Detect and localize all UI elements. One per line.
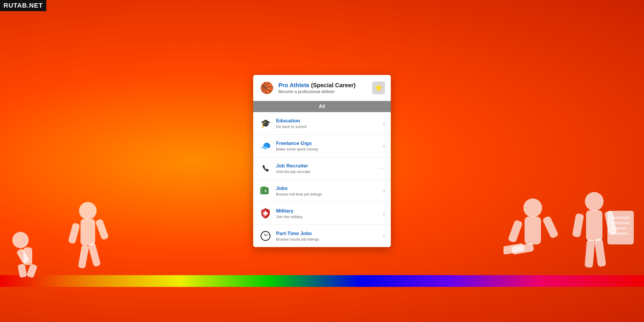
jobs-icon: $ [259, 184, 272, 197]
jobs-title: Jobs [276, 186, 379, 191]
rainbow-bar [0, 275, 644, 287]
svg-text:$: $ [265, 189, 266, 193]
part-time-chevron-icon: › [383, 233, 385, 239]
military-chevron-icon: › [383, 210, 385, 217]
clock-icon-shape [261, 231, 270, 241]
header-title-blue: Pro Athlete [278, 82, 309, 88]
education-subtitle: Go back to school [276, 124, 379, 129]
clock-minute-hand [266, 234, 269, 236]
job-recruiter-dots-icon: ··· [378, 165, 385, 172]
tab-label: All [319, 104, 325, 109]
freelance-icon: 🧢 [259, 139, 272, 152]
list-item-freelance[interactable]: 🧢 Freelance Gigs Make some quick money › [253, 135, 391, 157]
education-icon: 🎓 [259, 117, 272, 130]
brand-label: RUTAB.NET [0, 0, 46, 11]
military-icon [259, 207, 272, 220]
svg-rect-33 [263, 213, 268, 214]
list-item-job-recruiter[interactable]: Job Recruiter Visit the job recruiter ··… [253, 157, 391, 180]
jobs-text: Jobs Browse full-time job listings [276, 186, 379, 196]
badge-star-icon: ⭐ [375, 84, 383, 92]
pro-athlete-icon: 🏀 [259, 80, 274, 95]
header-text: Pro Athlete (Special Career) Become a pr… [278, 82, 368, 94]
card-header: 🏀 Pro Athlete (Special Career) Become a … [253, 75, 391, 101]
freelance-chevron-icon: › [383, 143, 385, 149]
military-text: Military Join the military [276, 208, 379, 219]
all-tab[interactable]: All [253, 101, 391, 112]
list-item-military[interactable]: Military Join the military › [253, 202, 391, 225]
part-time-text: Part-Time Jobs Browse hourly job listing… [276, 231, 379, 242]
job-recruiter-icon [259, 162, 272, 175]
job-recruiter-title: Job Recruiter [276, 163, 374, 169]
money-icon-svg: $ [260, 186, 271, 195]
jobs-chevron-icon: › [383, 188, 385, 194]
military-subtitle: Join the military [276, 215, 379, 219]
jobs-subtitle: Browse full-time job listings [276, 192, 379, 196]
header-title-suffix: (Special Career) [309, 82, 356, 88]
main-card: 🏀 Pro Athlete (Special Career) Become a … [253, 75, 391, 247]
list-item-jobs[interactable]: $ Jobs Browse full-time job listings › [253, 180, 391, 202]
job-recruiter-text: Job Recruiter Visit the job recruiter [276, 163, 374, 174]
special-badge[interactable]: ⭐ [372, 81, 385, 94]
freelance-subtitle: Make some quick money [276, 147, 379, 151]
header-title: Pro Athlete (Special Career) [278, 82, 368, 89]
education-chevron-icon: › [383, 120, 385, 127]
part-time-title: Part-Time Jobs [276, 231, 379, 237]
shield-icon-svg [261, 208, 270, 219]
phone-icon-svg [261, 164, 270, 172]
freelance-title: Freelance Gigs [276, 141, 379, 146]
military-title: Military [276, 208, 379, 214]
freelance-text: Freelance Gigs Make some quick money [276, 141, 379, 151]
part-time-icon [259, 229, 272, 242]
part-time-subtitle: Browse hourly job listings [276, 237, 379, 242]
education-title: Education [276, 118, 379, 124]
list-item-education[interactable]: 🎓 Education Go back to school › [253, 112, 391, 135]
header-subtitle: Become a professional athlete! [278, 89, 368, 94]
job-recruiter-subtitle: Visit the job recruiter [276, 169, 374, 174]
education-text: Education Go back to school [276, 118, 379, 129]
brand-text: RUTAB.NET [4, 2, 43, 9]
list-item-part-time[interactable]: Part-Time Jobs Browse hourly job listing… [253, 225, 391, 247]
